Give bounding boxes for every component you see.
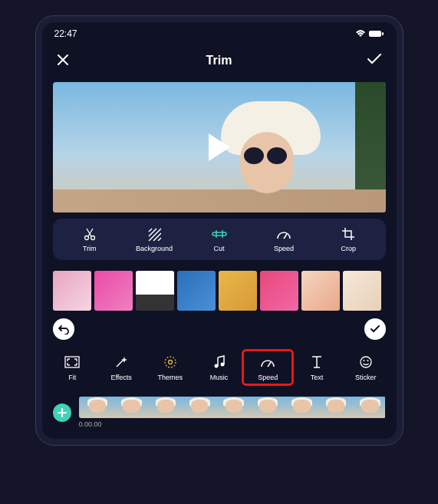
clip-thumbnail[interactable] (260, 271, 298, 311)
music-button[interactable]: Music (195, 351, 244, 384)
svg-point-2 (84, 236, 88, 240)
tool-label: Effects (98, 374, 144, 381)
tablet-frame: 22:47 Trim Trim Background (35, 15, 403, 446)
svg-point-10 (168, 361, 172, 364)
svg-rect-8 (65, 357, 79, 367)
svg-rect-0 (369, 31, 381, 37)
themes-button[interactable]: Themes (146, 351, 195, 384)
trim-tool[interactable]: Trim (58, 226, 122, 252)
svg-rect-1 (382, 32, 384, 35)
edit-toolbar: Trim Background Cut Speed Crop (53, 219, 386, 260)
clip-thumbnail[interactable] (136, 271, 174, 311)
cut-icon (211, 229, 228, 239)
clip-thumbnail[interactable] (219, 271, 257, 311)
speedometer-icon (260, 356, 275, 368)
clip-thumbnail[interactable] (301, 271, 340, 311)
clip-thumbnail[interactable] (94, 271, 133, 311)
svg-point-11 (214, 364, 218, 368)
text-button[interactable]: Text (292, 351, 341, 384)
check-icon (367, 53, 382, 65)
svg-line-7 (284, 234, 287, 239)
status-bar: 22:47 (42, 22, 397, 45)
tool-label: Cut (186, 245, 251, 252)
tool-label: Fit (50, 374, 96, 381)
cut-tool[interactable]: Cut (186, 226, 251, 252)
page-title: Trim (206, 54, 232, 68)
battery-icon (369, 30, 384, 38)
smiley-icon (359, 355, 373, 369)
title-bar: Trim (42, 45, 397, 76)
speed-tool[interactable]: Speed (252, 226, 316, 252)
tool-label: Speed (252, 245, 316, 252)
speedometer-icon (276, 228, 291, 240)
tool-label: Trim (58, 245, 122, 252)
timeline-track[interactable]: 0.00.00 (79, 397, 386, 428)
tool-label: Crop (316, 245, 380, 252)
text-icon (311, 355, 323, 369)
crop-tool[interactable]: Crop (316, 226, 380, 252)
apply-button[interactable] (364, 318, 386, 340)
background-tool[interactable]: Background (122, 226, 186, 252)
speed-button[interactable]: Speed (243, 351, 292, 384)
timeline: 0.00.00 (42, 392, 397, 439)
status-icons (355, 30, 384, 38)
plus-icon (58, 408, 67, 417)
tool-label: Background (122, 245, 186, 252)
svg-point-17 (361, 357, 371, 367)
action-row (42, 315, 397, 346)
check-icon (370, 324, 380, 334)
clip-thumbnail[interactable] (177, 271, 216, 311)
add-clip-button[interactable] (53, 404, 71, 422)
confirm-button[interactable] (367, 53, 382, 68)
tool-label: Speed (245, 374, 291, 381)
clip-thumbnail[interactable] (343, 271, 381, 311)
svg-line-13 (268, 362, 271, 367)
clock-time: 22:47 (54, 28, 77, 39)
fit-icon (64, 356, 80, 368)
wand-icon (114, 355, 128, 369)
background-icon (147, 227, 161, 241)
tool-label: Music (196, 374, 242, 381)
timeline-frames (79, 397, 386, 418)
tool-label: Sticker (343, 374, 389, 381)
svg-point-3 (91, 236, 94, 240)
clip-thumbnails (42, 266, 397, 315)
svg-point-9 (165, 357, 176, 367)
fit-button[interactable]: Fit (48, 351, 97, 384)
crop-icon (341, 227, 355, 241)
scissors-icon (84, 227, 96, 241)
video-preview[interactable] (53, 82, 386, 212)
timecode: 0.00.00 (79, 420, 386, 428)
preview-decor (217, 101, 324, 209)
x-icon (56, 53, 70, 67)
themes-icon (163, 354, 178, 370)
sticker-button[interactable]: Sticker (341, 351, 390, 384)
clip-thumbnail[interactable] (53, 271, 91, 311)
svg-point-19 (367, 360, 368, 361)
app-screen: 22:47 Trim Trim Background (42, 22, 397, 439)
svg-rect-4 (212, 232, 226, 236)
tool-label: Themes (147, 374, 193, 381)
play-icon (209, 133, 230, 161)
svg-point-12 (220, 363, 224, 367)
svg-point-18 (363, 360, 364, 361)
bottom-toolbar: Fit Effects Themes Music Speed Text Stic… (42, 346, 397, 392)
undo-icon (58, 324, 69, 334)
wifi-icon (355, 30, 366, 38)
effects-button[interactable]: Effects (97, 351, 146, 384)
music-icon (213, 355, 226, 369)
close-button[interactable] (56, 53, 71, 68)
undo-button[interactable] (53, 318, 74, 340)
tool-label: Text (294, 374, 340, 381)
